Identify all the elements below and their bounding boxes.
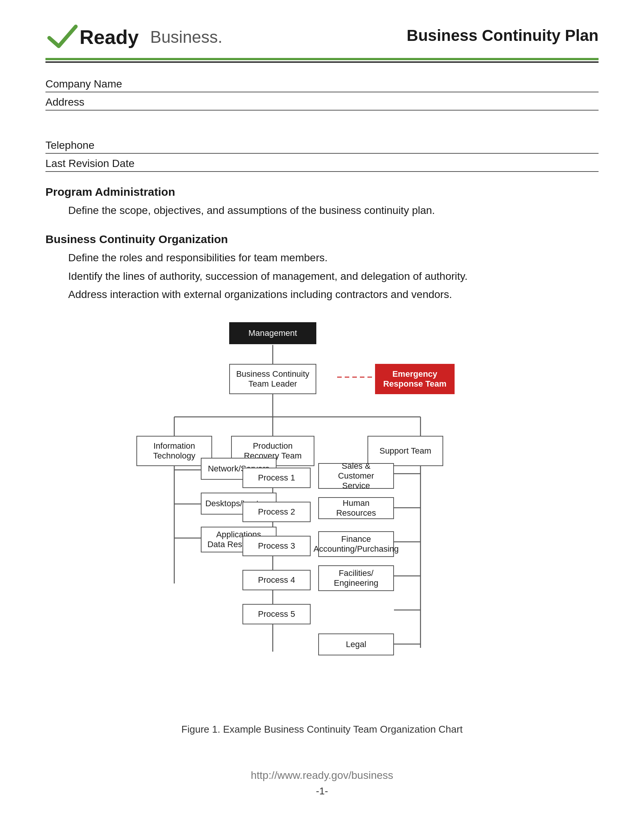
revision-label: Last Revision Date [45, 158, 599, 170]
node-process2: Process 2 [242, 502, 311, 522]
company-name-label: Company Name [45, 78, 599, 90]
logo-icon [45, 23, 80, 51]
revision-field: Last Revision Date [45, 158, 599, 172]
dark-divider [45, 61, 599, 63]
node-process3: Process 3 [242, 536, 311, 556]
revision-line [45, 171, 599, 172]
section-title-bco: Business Continuity Organization [45, 233, 599, 246]
section-body-bco: Define the roles and responsibilities fo… [45, 249, 599, 303]
form-section: Company Name Address [45, 78, 599, 111]
node-process1: Process 1 [242, 468, 311, 488]
node-management: Management [229, 322, 316, 344]
figure-caption: Figure 1. Example Business Continuity Te… [182, 724, 462, 735]
address-line [45, 110, 599, 111]
section-title-program-admin: Program Administration [45, 185, 599, 198]
logo-ready: Ready [80, 26, 138, 48]
node-sales: Sales & Customer Service [318, 463, 394, 489]
node-ert: Emergency Response Team [375, 364, 455, 394]
node-process5: Process 5 [242, 604, 311, 624]
section-body-program-admin: Define the scope, objectives, and assump… [45, 202, 599, 219]
program-admin-text: Define the scope, objectives, and assump… [68, 202, 599, 219]
header-title: Business Continuity Plan [407, 23, 599, 45]
address-label: Address [45, 96, 599, 108]
telephone-line [45, 153, 599, 154]
header: Ready Business. Business Continuity Plan [45, 23, 599, 51]
page: Ready Business. Business Continuity Plan… [0, 0, 644, 833]
logo-area: Ready Business. [45, 23, 222, 51]
footer-page: -1- [45, 785, 599, 797]
bco-text-2: Identify the lines of authority, success… [68, 268, 599, 285]
bco-text-1: Define the roles and responsibilities fo… [68, 249, 599, 267]
node-legal: Legal [318, 634, 394, 655]
telephone-label: Telephone [45, 139, 599, 151]
node-process4: Process 4 [242, 570, 311, 590]
section-bco: Business Continuity Organization Define … [45, 233, 599, 303]
logo-text: Ready Business. [80, 26, 222, 48]
node-finance: Finance Accounting/Purchasing [318, 531, 394, 557]
address-field: Address [45, 96, 599, 111]
company-name-line [45, 92, 599, 92]
footer: http://www.ready.gov/business -1- [45, 769, 599, 797]
org-chart: Management Business Continuity Team Lead… [114, 318, 530, 716]
form-section-2: Telephone Last Revision Date [45, 139, 599, 172]
footer-url: http://www.ready.gov/business [45, 769, 599, 782]
section-program-admin: Program Administration Define the scope,… [45, 185, 599, 219]
logo-business: Business. [150, 27, 223, 47]
node-bcteamleader: Business Continuity Team Leader [229, 364, 316, 394]
company-name-field: Company Name [45, 78, 599, 92]
org-chart-container: Management Business Continuity Team Lead… [45, 318, 599, 754]
form-spacer [45, 124, 599, 139]
bco-text-3: Address interaction with external organi… [68, 286, 599, 303]
node-facilities: Facilities/ Engineering [318, 565, 394, 591]
telephone-field: Telephone [45, 139, 599, 154]
node-hr: Human Resources [318, 497, 394, 519]
green-divider [45, 58, 599, 60]
